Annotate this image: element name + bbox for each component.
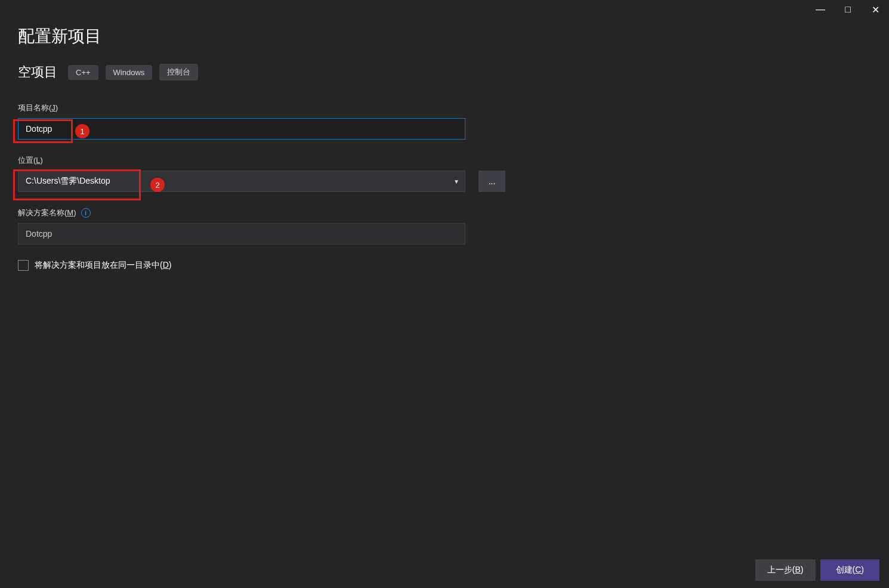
template-name: 空项目 (18, 63, 57, 81)
solution-name-label: 解决方案名称(M) (18, 208, 76, 218)
tag-cpp: C++ (68, 65, 98, 80)
project-name-group: 项目名称(J) (18, 103, 871, 140)
maximize-button[interactable]: □ (834, 0, 862, 19)
template-row: 空项目 C++ Windows 控制台 (18, 63, 871, 81)
window-titlebar: — □ ✕ (0, 0, 889, 19)
location-group: 位置(L) ▼ ... (18, 155, 871, 192)
location-input[interactable] (18, 171, 465, 192)
create-button[interactable]: 创建(C) (820, 559, 879, 581)
solution-name-input[interactable] (18, 223, 465, 245)
close-button[interactable]: ✕ (862, 0, 889, 19)
maximize-icon: □ (845, 4, 851, 15)
tag-windows: Windows (106, 65, 153, 80)
solution-name-group: 解决方案名称(M) i (18, 208, 871, 245)
tag-console: 控制台 (159, 64, 198, 81)
close-icon: ✕ (872, 4, 879, 16)
same-dir-group: 将解决方案和项目放在同一目录中(D) (18, 260, 871, 271)
same-dir-checkbox[interactable] (18, 260, 29, 271)
project-name-label: 项目名称(J) (18, 103, 871, 113)
page-title: 配置新项目 (18, 25, 871, 48)
footer: 上一步(B) 创建(C) (755, 552, 889, 588)
location-label: 位置(L) (18, 155, 871, 166)
back-button[interactable]: 上一步(B) (755, 559, 816, 581)
browse-button[interactable]: ... (479, 171, 505, 192)
annotation-callout-1: 1 (75, 124, 89, 138)
annotation-callout-2: 2 (150, 178, 165, 192)
same-dir-label: 将解决方案和项目放在同一目录中(D) (35, 260, 171, 271)
info-icon[interactable]: i (81, 208, 91, 218)
minimize-icon: — (816, 4, 825, 15)
minimize-button[interactable]: — (807, 0, 834, 19)
